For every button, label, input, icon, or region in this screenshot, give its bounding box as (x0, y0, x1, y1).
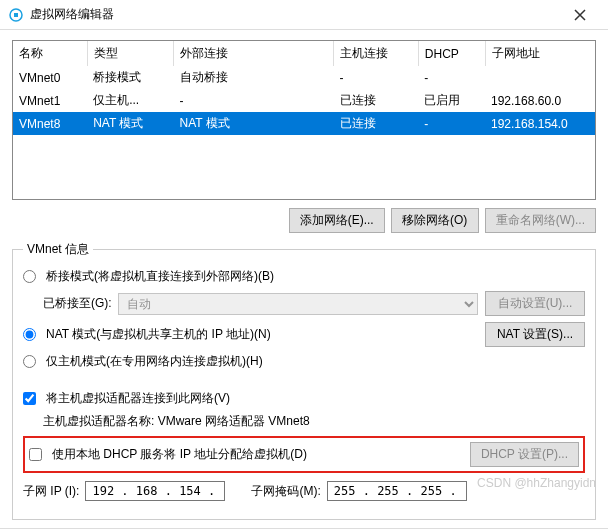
cell-type: 仅主机... (87, 89, 173, 112)
cell-type: 桥接模式 (87, 66, 173, 89)
col-dhcp[interactable]: DHCP (418, 41, 485, 66)
close-icon[interactable] (560, 0, 600, 30)
cell-name: VMnet1 (13, 89, 87, 112)
bridge-to-select: 自动 (118, 293, 478, 315)
bridge-radio[interactable] (23, 270, 36, 283)
cell-ext: - (174, 89, 334, 112)
svg-rect-1 (14, 13, 18, 17)
nat-settings-button[interactable]: NAT 设置(S)... (485, 322, 585, 347)
nat-label: NAT 模式(与虚拟机共享主机的 IP 地址)(N) (46, 326, 271, 343)
cell-host: 已连接 (334, 89, 419, 112)
cell-host: - (334, 66, 419, 89)
group-title: VMnet 信息 (23, 241, 93, 258)
table-row[interactable]: VMnet0桥接模式自动桥接-- (13, 66, 595, 89)
dhcp-settings-button: DHCP 设置(P)... (470, 442, 579, 467)
table-row[interactable]: VMnet8NAT 模式NAT 模式已连接-192.168.154.0 (13, 112, 595, 135)
window-title: 虚拟网络编辑器 (30, 6, 560, 23)
cell-dhcp: - (418, 66, 485, 89)
cell-subnet: 192.168.60.0 (485, 89, 595, 112)
cell-subnet (485, 66, 595, 89)
cell-name: VMnet8 (13, 112, 87, 135)
rename-network-button: 重命名网络(W)... (485, 208, 596, 233)
col-name[interactable]: 名称 (13, 41, 87, 66)
hostonly-radio[interactable] (23, 355, 36, 368)
use-dhcp-check[interactable] (29, 448, 42, 461)
cell-subnet: 192.168.154.0 (485, 112, 595, 135)
cell-name: VMnet0 (13, 66, 87, 89)
cell-ext: NAT 模式 (174, 112, 334, 135)
col-host[interactable]: 主机连接 (334, 41, 419, 66)
nat-radio[interactable] (23, 328, 36, 341)
col-subnet[interactable]: 子网地址 (485, 41, 595, 66)
connect-host-label: 将主机虚拟适配器连接到此网络(V) (46, 390, 230, 407)
add-network-button[interactable]: 添加网络(E)... (289, 208, 385, 233)
subnet-ip-input[interactable] (85, 481, 225, 501)
network-table: 名称 类型 外部连接 主机连接 DHCP 子网地址 VMnet0桥接模式自动桥接… (12, 40, 596, 200)
auto-settings-button: 自动设置(U)... (485, 291, 585, 316)
subnet-ip-label: 子网 IP (I): (23, 483, 79, 500)
subnet-mask-label: 子网掩码(M): (251, 483, 320, 500)
connect-host-check[interactable] (23, 392, 36, 405)
table-row[interactable]: VMnet1仅主机...-已连接已启用192.168.60.0 (13, 89, 595, 112)
cell-dhcp: - (418, 112, 485, 135)
titlebar: 虚拟网络编辑器 (0, 0, 608, 30)
table-header-row: 名称 类型 外部连接 主机连接 DHCP 子网地址 (13, 41, 595, 66)
cell-dhcp: 已启用 (418, 89, 485, 112)
remove-network-button[interactable]: 移除网络(O) (391, 208, 479, 233)
vmnet-info-group: VMnet 信息 桥接模式(将虚拟机直接连接到外部网络)(B) 已桥接至(G):… (12, 241, 596, 520)
cell-host: 已连接 (334, 112, 419, 135)
cell-type: NAT 模式 (87, 112, 173, 135)
dhcp-highlight: 使用本地 DHCP 服务将 IP 地址分配给虚拟机(D) DHCP 设置(P).… (23, 436, 585, 473)
cell-ext: 自动桥接 (174, 66, 334, 89)
bridge-to-label: 已桥接至(G): (43, 295, 112, 312)
use-dhcp-label: 使用本地 DHCP 服务将 IP 地址分配给虚拟机(D) (52, 446, 307, 463)
bridge-label: 桥接模式(将虚拟机直接连接到外部网络)(B) (46, 268, 274, 285)
hostonly-label: 仅主机模式(在专用网络内连接虚拟机)(H) (46, 353, 263, 370)
host-adapter-name: 主机虚拟适配器名称: VMware 网络适配器 VMnet8 (43, 413, 310, 430)
app-logo (8, 7, 24, 23)
subnet-mask-input[interactable] (327, 481, 467, 501)
col-ext[interactable]: 外部连接 (174, 41, 334, 66)
col-type[interactable]: 类型 (87, 41, 173, 66)
